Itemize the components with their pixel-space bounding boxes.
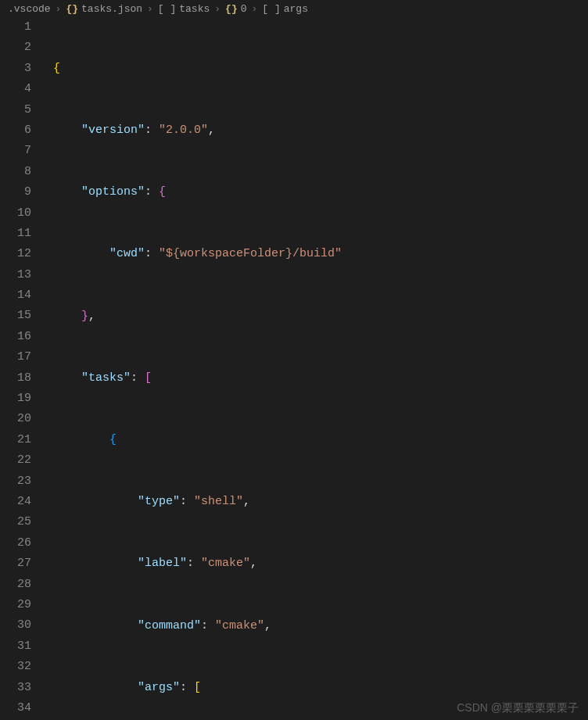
line-number: 6 bbox=[9, 120, 31, 141]
line-number: 18 bbox=[9, 368, 31, 389]
breadcrumb-path[interactable]: tasks bbox=[179, 3, 210, 15]
line-number: 26 bbox=[9, 533, 31, 553]
line-number: 12 bbox=[9, 244, 31, 264]
line-number: 25 bbox=[9, 512, 31, 532]
line-number: 1 bbox=[9, 17, 31, 38]
line-number: 11 bbox=[9, 224, 31, 244]
line-number: 27 bbox=[9, 553, 31, 574]
chevron-right-icon: › bbox=[56, 3, 62, 15]
line-number: 10 bbox=[9, 203, 31, 224]
breadcrumb-path[interactable]: 0 bbox=[241, 3, 247, 15]
line-number: 19 bbox=[9, 389, 31, 409]
code-content[interactable]: { "version": "2.0.0", "options": { "cwd"… bbox=[45, 17, 588, 720]
line-number: 21 bbox=[9, 430, 31, 450]
line-number: 4 bbox=[9, 79, 31, 99]
line-number: 34 bbox=[9, 698, 31, 718]
chevron-right-icon: › bbox=[147, 3, 153, 15]
line-number: 31 bbox=[9, 636, 31, 657]
breadcrumb-path[interactable]: args bbox=[284, 3, 308, 15]
line-number: 15 bbox=[9, 306, 31, 326]
array-icon: [ ] bbox=[158, 3, 176, 15]
line-number: 24 bbox=[9, 492, 31, 512]
code-line: "options": { bbox=[53, 182, 588, 202]
object-icon: {} bbox=[225, 3, 238, 15]
code-line: { bbox=[53, 430, 588, 450]
code-line: "command": "cmake", bbox=[53, 616, 588, 636]
line-number: 7 bbox=[9, 141, 31, 161]
code-line: "tasks": [ bbox=[53, 368, 588, 389]
breadcrumb-file[interactable]: tasks.json bbox=[81, 3, 142, 15]
line-number: 22 bbox=[9, 450, 31, 471]
code-line: "label": "cmake", bbox=[53, 553, 588, 574]
code-line: "args": [ bbox=[53, 678, 588, 698]
line-number: 2 bbox=[9, 38, 31, 58]
line-number: 14 bbox=[9, 285, 31, 306]
array-icon: [ ] bbox=[262, 3, 280, 15]
line-number: 16 bbox=[9, 327, 31, 347]
line-number: 17 bbox=[9, 347, 31, 367]
breadcrumb-folder[interactable]: .vscode bbox=[8, 3, 51, 15]
line-number: 13 bbox=[9, 265, 31, 285]
breadcrumb[interactable]: .vscode › {} tasks.json › [ ] tasks › {}… bbox=[0, 0, 588, 17]
line-number: 29 bbox=[9, 595, 31, 615]
json-file-icon: {} bbox=[66, 3, 78, 15]
code-line: "cwd": "${workspaceFolder}/build" bbox=[53, 244, 588, 264]
chevron-right-icon: › bbox=[214, 3, 220, 15]
code-line: "version": "2.0.0", bbox=[53, 120, 588, 141]
code-editor[interactable]: 1234567891011121314151617181920212223242… bbox=[0, 17, 588, 720]
code-line: "type": "shell", bbox=[53, 492, 588, 512]
line-number-gutter: 1234567891011121314151617181920212223242… bbox=[0, 17, 45, 720]
watermark: CSDN @栗栗栗栗栗栗子 bbox=[457, 701, 579, 715]
line-number: 32 bbox=[9, 657, 31, 677]
line-number: 3 bbox=[9, 59, 31, 79]
code-line: }, bbox=[53, 306, 588, 327]
line-number: 9 bbox=[9, 182, 31, 202]
code-line: { bbox=[53, 59, 588, 79]
line-number: 28 bbox=[9, 575, 31, 595]
line-number: 20 bbox=[9, 409, 31, 429]
line-number: 23 bbox=[9, 471, 31, 492]
line-number: 8 bbox=[9, 162, 31, 182]
line-number: 5 bbox=[9, 100, 31, 120]
line-number: 30 bbox=[9, 615, 31, 636]
line-number: 33 bbox=[9, 678, 31, 698]
chevron-right-icon: › bbox=[252, 3, 258, 15]
